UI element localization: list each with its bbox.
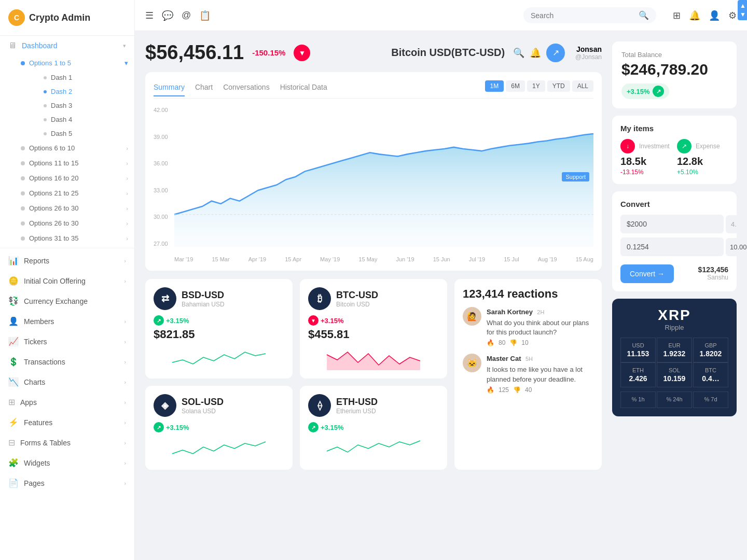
widgets-icon: 🧩 — [8, 458, 19, 468]
sidebar-item-label: Dashboard — [22, 41, 58, 50]
currency-card-eth: ⟠ ETH-USD Etherium USD ↗ +3.15% — [300, 386, 447, 470]
tab-summary[interactable]: Summary — [154, 83, 185, 96]
convert-val-1: 4. — [726, 215, 742, 233]
period-ytd[interactable]: YTD — [547, 80, 570, 92]
sol-mini-chart — [154, 436, 284, 461]
xrp-usd: USD 11.153 — [620, 338, 656, 362]
convert-val-2: 10.00 — [726, 238, 747, 256]
comment-1-time: 2H — [537, 309, 544, 315]
btc-change: ▼ +3.15% — [308, 315, 439, 326]
sidebar-sub-item-options21to25[interactable]: Options 21 to 25 › — [15, 186, 134, 201]
bsd-icon: ⇄ — [154, 287, 176, 310]
reactions-card: 123,414 reactions 🙋 Sarah Kortney 2H Wha… — [454, 279, 602, 470]
period-buttons: 1M 6M 1Y YTD ALL — [485, 80, 593, 92]
fullscreen-icon[interactable]: ⊞ — [673, 10, 681, 21]
down-arrow-icon: ▼ — [298, 49, 306, 57]
search-btc-icon[interactable]: 🔍 — [513, 47, 524, 59]
xrp-1h: % 1h — [620, 391, 656, 408]
sidebar-item-charts[interactable]: 📉Charts › — [0, 372, 134, 392]
search-input[interactable] — [531, 11, 634, 20]
bsd-mini-chart — [154, 344, 284, 370]
sidebar-item-dash3[interactable]: Dash 3 — [37, 99, 134, 113]
user-name: Jonsan — [575, 45, 602, 53]
my-items-card: My items ↓ Investment 18.5k -13.15% ↗ E — [612, 116, 737, 184]
investment-change: -13.15% — [620, 169, 672, 176]
period-1m[interactable]: 1M — [485, 80, 504, 92]
chevron-right-icon: › — [126, 145, 128, 151]
hamburger-icon[interactable]: ☰ — [145, 10, 154, 21]
user-icon[interactable]: 👤 — [709, 10, 720, 21]
price-header: $56,456.11 -150.15% ▼ Bitcoin USD(BTC-US… — [145, 41, 602, 64]
convert-meta: $123,456 Sanshu — [698, 265, 728, 281]
sidebar-item-features[interactable]: ⚡Features › — [0, 412, 134, 432]
xrp-row-2: ETH 2.426 SOL 10.159 BTC 0.4… — [620, 362, 728, 387]
sidebar-item-forms-tables[interactable]: ⊟Forms & Tables › — [0, 432, 134, 453]
currency-card-bsd: ⇄ BSD-USD Bahamian USD ↗ +3.15% $821.85 — [145, 279, 293, 379]
sidebar-sub-item-options16to20[interactable]: Options 16 to 20 › — [15, 171, 134, 186]
convert-input-2[interactable] — [620, 237, 724, 256]
sidebar-sub-item-label: Options 1 to 5 — [29, 59, 71, 67]
btc-down-icon: ▼ — [308, 315, 319, 326]
sidebar-item-dashboard[interactable]: 🖥 Dashboard ▾ — [0, 36, 134, 55]
expense-icon: ↗ — [677, 139, 691, 153]
sidebar: C Crypto Admin 🖥 Dashboard ▾ Options 1 t… — [0, 0, 135, 560]
currency-header-eth: ⟠ ETH-USD Etherium USD — [308, 394, 439, 417]
app-logo[interactable]: C Crypto Admin — [0, 0, 134, 36]
xrp-title: XRP — [620, 307, 728, 324]
sidebar-sub-item-options31to35[interactable]: Options 31 to 35 › — [15, 231, 134, 246]
bsd-up-icon: ↗ — [154, 315, 164, 326]
tab-chart[interactable]: Chart — [195, 83, 213, 96]
settings-icon[interactable]: ⚙ — [728, 10, 737, 21]
convert-button[interactable]: Convert → — [620, 264, 674, 283]
period-1y[interactable]: 1Y — [527, 80, 545, 92]
btc-icon: ₿ — [308, 287, 331, 310]
chevron-right-icon: › — [126, 160, 128, 166]
content-area: $56,456.11 -150.15% ▼ Bitcoin USD(BTC-US… — [135, 31, 747, 560]
sol-icon: ◈ — [154, 394, 176, 417]
sidebar-item-reports[interactable]: 📊Reports › — [0, 250, 134, 271]
sidebar-item-apps[interactable]: ⊞Apps › — [0, 392, 134, 412]
notification-icon[interactable]: 🔔 — [689, 10, 700, 21]
chat-icon[interactable]: 💬 — [162, 10, 173, 21]
sidebar-item-dash1[interactable]: Dash 1 — [37, 71, 134, 85]
dashboard-icon: 🖥 — [8, 41, 17, 50]
items-row: ↓ Investment 18.5k -13.15% ↗ Expense 12.… — [620, 139, 728, 176]
reports-icon: 📊 — [8, 256, 19, 265]
topbar: ☰ 💬 @ 📋 🔍 ⊞ 🔔 👤 ⚙ — [135, 0, 747, 31]
sidebar-item-currency[interactable]: 💱Currency Exchange — [0, 291, 134, 311]
tab-conversations[interactable]: Conversations — [223, 83, 270, 96]
sidebar-item-dash4[interactable]: Dash 4 — [37, 113, 134, 127]
convert-input-1[interactable] — [620, 215, 724, 233]
comment-1-avatar: 🙋 — [463, 307, 481, 326]
comment-1-text: What do you think about our plans for th… — [487, 318, 593, 337]
center-panel: $56,456.11 -150.15% ▼ Bitcoin USD(BTC-US… — [145, 41, 602, 550]
btc-share-icon[interactable]: ↗ — [546, 44, 565, 62]
period-all[interactable]: ALL — [572, 80, 593, 92]
sidebar-item-tickers[interactable]: 📈Tickers › — [0, 331, 134, 352]
sidebar-sub-item-options1to5[interactable]: Options 1 to 5 ▾ — [15, 55, 134, 71]
expense-label: Expense — [696, 143, 720, 150]
sidebar-sub-item-options6to10[interactable]: Options 6 to 10 › — [15, 141, 134, 156]
chevron-right-icon: › — [124, 339, 126, 345]
balance-card: Total Balance $246,789.20 +3.15% ↗ — [612, 41, 737, 108]
sidebar-item-dash2[interactable]: Dash 2 — [37, 85, 134, 99]
sidebar-item-dash5[interactable]: Dash 5 — [37, 127, 134, 141]
investment-value: 18.5k — [620, 156, 672, 167]
sidebar-item-pages[interactable]: 📄Pages › — [0, 473, 134, 493]
sidebar-sub-item-options11to15[interactable]: Options 11 to 15 › — [15, 156, 134, 171]
sidebar-sub-item-options26to30b[interactable]: Options 26 to 30 › — [15, 216, 134, 231]
tab-historical[interactable]: Historical Data — [280, 83, 327, 96]
sidebar-sub-item-options26to30a[interactable]: Options 26 to 30 › — [15, 201, 134, 216]
balance-up-icon: ↗ — [653, 86, 664, 97]
alert-btc-icon[interactable]: 🔔 — [530, 47, 541, 59]
chevron-right-icon: › — [124, 258, 126, 264]
features-icon: ⚡ — [8, 417, 19, 427]
period-6m[interactable]: 6M — [506, 80, 525, 92]
at-icon[interactable]: @ — [182, 10, 191, 21]
sidebar-item-widgets[interactable]: 🧩Widgets › — [0, 453, 134, 473]
clipboard-icon[interactable]: 📋 — [199, 10, 211, 21]
sidebar-item-ico[interactable]: 🪙Initial Coin Offering › — [0, 271, 134, 291]
sidebar-item-transactions[interactable]: 💲Transactions › — [0, 352, 134, 372]
comment-2-avatar: 🐱 — [463, 354, 481, 372]
sidebar-item-members[interactable]: 👤Members › — [0, 311, 134, 331]
